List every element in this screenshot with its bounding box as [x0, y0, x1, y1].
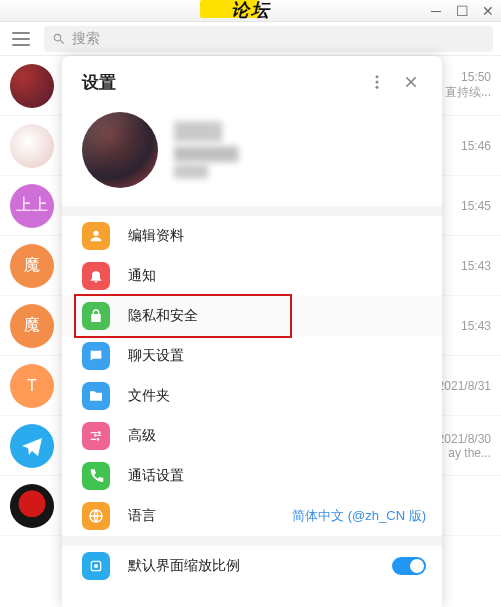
window-minimize-button[interactable]: ─	[429, 4, 443, 18]
svg-point-0	[376, 75, 379, 78]
chat-snippet: ay the...	[438, 446, 491, 460]
avatar	[10, 64, 54, 108]
menu-language[interactable]: 语言 简体中文 (@zh_CN 版)	[62, 496, 442, 536]
search-input[interactable]: 搜索	[44, 26, 493, 52]
avatar	[10, 484, 54, 528]
settings-menu: 编辑资料 通知 隐私和安全 聊天设置 文件夹 高级 通话设置 语	[62, 216, 442, 586]
settings-panel: 设置 ████ ███████ ████ 编辑资料 通知 隐私和安全	[62, 56, 442, 607]
avatar: 魔	[10, 304, 54, 348]
menu-label: 文件夹	[128, 387, 170, 405]
telegram-icon	[20, 434, 44, 458]
menu-label: 编辑资料	[128, 227, 184, 245]
menu-calls[interactable]: 通话设置	[62, 456, 442, 496]
avatar	[10, 124, 54, 168]
svg-point-4	[94, 434, 97, 437]
chat-time: 15:45	[461, 199, 491, 213]
section-divider	[62, 536, 442, 546]
svg-point-5	[97, 438, 100, 441]
edit-icon	[82, 222, 110, 250]
menu-edit-profile[interactable]: 编辑资料	[62, 216, 442, 256]
main-toolbar: 搜索	[0, 22, 501, 56]
profile-username: ████	[174, 164, 238, 178]
phone-icon	[82, 462, 110, 490]
folder-icon	[82, 382, 110, 410]
menu-folders[interactable]: 文件夹	[62, 376, 442, 416]
more-button[interactable]	[360, 65, 394, 99]
menu-default-scale[interactable]: 默认界面缩放比例	[62, 546, 442, 586]
window-close-button[interactable]: ✕	[481, 4, 495, 18]
profile-avatar	[82, 112, 158, 188]
menu-notifications[interactable]: 通知	[62, 256, 442, 296]
menu-label: 通知	[128, 267, 156, 285]
dots-vertical-icon	[368, 73, 386, 91]
menu-label: 通话设置	[128, 467, 184, 485]
globe-icon	[82, 502, 110, 530]
search-placeholder: 搜索	[72, 30, 100, 48]
svg-point-8	[94, 564, 98, 568]
menu-label: 高级	[128, 427, 156, 445]
profile-block[interactable]: ████ ███████ ████	[62, 108, 442, 206]
menu-label: 语言	[128, 507, 156, 525]
chat-icon	[82, 342, 110, 370]
profile-phone: ███████	[174, 146, 238, 161]
settings-title: 设置	[82, 71, 116, 94]
avatar: T	[10, 364, 54, 408]
lock-icon	[82, 302, 110, 330]
window-maximize-button[interactable]: ☐	[455, 4, 469, 18]
language-value: 简体中文 (@zh_CN 版)	[292, 507, 426, 525]
scale-icon	[82, 552, 110, 580]
chat-time: 15:46	[461, 139, 491, 153]
chat-time: 15:50	[445, 70, 491, 84]
window-title-bar: 论坛 ─ ☐ ✕	[0, 0, 501, 22]
svg-point-1	[376, 81, 379, 84]
avatar: 上上	[10, 184, 54, 228]
chat-snippet: 直持续...	[445, 84, 491, 101]
avatar: 魔	[10, 244, 54, 288]
sliders-icon	[82, 422, 110, 450]
chat-time: 15:43	[461, 319, 491, 333]
section-divider	[62, 206, 442, 216]
scale-toggle[interactable]	[392, 557, 426, 575]
menu-label: 隐私和安全	[128, 307, 198, 325]
search-icon	[52, 32, 66, 46]
close-button[interactable]	[394, 65, 428, 99]
title-flag	[200, 0, 260, 18]
bell-icon	[82, 262, 110, 290]
svg-point-2	[376, 86, 379, 89]
chat-time: 2021/8/31	[438, 379, 491, 393]
menu-label: 默认界面缩放比例	[128, 557, 240, 575]
menu-label: 聊天设置	[128, 347, 184, 365]
chat-time: 15:43	[461, 259, 491, 273]
chat-time: 2021/8/30	[438, 432, 491, 446]
avatar	[10, 424, 54, 468]
menu-advanced[interactable]: 高级	[62, 416, 442, 456]
svg-point-3	[98, 431, 101, 434]
profile-name: ████	[174, 122, 238, 142]
close-icon	[403, 74, 419, 90]
settings-header: 设置	[62, 56, 442, 108]
menu-chat-settings[interactable]: 聊天设置	[62, 336, 442, 376]
menu-button[interactable]	[8, 26, 34, 52]
menu-privacy[interactable]: 隐私和安全	[62, 296, 442, 336]
